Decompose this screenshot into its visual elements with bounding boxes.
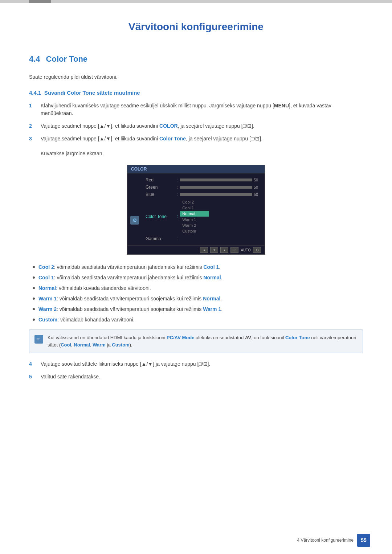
step-4-number: 4 xyxy=(29,360,36,368)
step-2-text: Vajutage seadmel nuppe [▲/▼], et liikuda… xyxy=(41,122,254,130)
bullet-dot xyxy=(33,297,35,300)
bullet-dot xyxy=(33,287,35,289)
bullet-cool1: Cool 1: võimaldab seadistada värvitemper… xyxy=(33,274,363,282)
footer-page-number: 55 xyxy=(357,534,370,547)
bar-green xyxy=(180,186,252,189)
bottom-icon-4: ↵ xyxy=(230,247,238,253)
bullet-warm2: Warm 2: võimaldab seadistada värvitemper… xyxy=(33,305,363,313)
colortone-dropdown: Cool 2 Cool 1 Normal Warm 1 Warm 2 Custo… xyxy=(180,199,209,234)
footer-chapter-text: 4 Värvitooni konfigureerimine xyxy=(297,538,354,543)
page-footer: 4 Värvitooni konfigureerimine 55 xyxy=(297,534,370,547)
ct-warm1: Warm 1 xyxy=(180,217,209,222)
subsection-heading: 4.4.1 Suvandi Color Tone sätete muutmine xyxy=(29,90,140,96)
menu-item-red: Red : 50 xyxy=(143,176,263,184)
step-1-number: 1 xyxy=(29,102,36,110)
ct-custom: Custom xyxy=(180,228,209,234)
menu-screenshot: COLOR ⚙ xyxy=(29,165,363,255)
step-1-text: Klahvijuhendi kuvamiseks vajutage seadme… xyxy=(41,102,363,117)
subsection-441: 4.4.1 Suvandi Color Tone sätete muutmine… xyxy=(29,90,363,381)
top-bar xyxy=(0,0,392,3)
auto-text: AUTO xyxy=(241,248,251,252)
value-blue: 50 xyxy=(254,192,261,197)
menu-item-colortone: Color Tone : Cool 2 Cool 1 Normal Warm 1… xyxy=(143,198,263,235)
step-5: 5 Valitud säte rakendatakse. xyxy=(29,373,363,381)
step-2-number: 2 xyxy=(29,122,36,130)
menu-bottom-icons: ◄ ▼ ▲ ↵ AUTO ⏻ xyxy=(127,245,265,254)
step-3: 3 Vajutage seadmel nuppe [▲/▼], et liiku… xyxy=(29,135,363,143)
bar-blue xyxy=(180,193,252,196)
menu-content: ⚙ Red : xyxy=(127,173,265,245)
ct-normal: Normal xyxy=(180,211,209,217)
menu-item-green: Green : 50 xyxy=(143,184,263,191)
step-4: 4 Vajutage soovitud sättele liikumiseks … xyxy=(29,360,363,368)
bullet-text-cool1: Cool 1: võimaldab seadistada värvitemper… xyxy=(38,274,222,282)
step-3-number: 3 xyxy=(29,135,36,143)
page-title: Värvitooni konfigureerimine xyxy=(29,21,363,33)
value-green: 50 xyxy=(254,185,261,189)
menu-icon-col: ⚙ xyxy=(127,176,142,242)
step-5-text: Valitud säte rakendatakse. xyxy=(41,373,100,381)
settings-icon: ⚙ xyxy=(130,216,139,225)
bullet-custom: Custom: võimaldab kohandada värvitooni. xyxy=(33,316,363,324)
bullet-text-custom: Custom: võimaldab kohandada värvitooni. xyxy=(38,316,135,324)
bar-red xyxy=(180,178,252,181)
section-number: 4.4 xyxy=(29,54,40,64)
menu-items-col: Red : 50 Green : xyxy=(142,176,265,242)
ct-cool1: Cool 1 xyxy=(180,205,209,211)
label-gamma: Gamma xyxy=(146,236,175,241)
bottom-icon-3: ▲ xyxy=(220,247,228,253)
menu-box: COLOR ⚙ xyxy=(127,165,265,255)
bullet-text-warm2: Warm 2: võimaldab seadistada värvitemper… xyxy=(38,305,222,313)
step-3-text: Vajutage seadmel nuppe [▲/▼], et liikuda… xyxy=(41,135,262,143)
ct-warm2: Warm 2 xyxy=(180,222,209,228)
bullet-normal: Normal: võimaldab kuvada standardse värv… xyxy=(33,284,363,292)
menu-item-gamma: Gamma : xyxy=(143,235,263,242)
bullet-text-normal: Normal: võimaldab kuvada standardse värv… xyxy=(38,284,151,292)
label-green: Green xyxy=(146,185,175,190)
label-blue: Blue xyxy=(146,192,175,197)
svg-rect-1 xyxy=(37,338,40,339)
note-box: Kui välissisend on ühendatud HDMI kaudu … xyxy=(29,329,363,353)
label-red: Red xyxy=(146,177,175,182)
step-4-text: Vajutage soovitud sättele liikumiseks nu… xyxy=(41,360,210,368)
note-text: Kui välissisend on ühendatud HDMI kaudu … xyxy=(48,334,358,348)
menu-item-blue: Blue : 50 xyxy=(143,191,263,198)
bullet-cool2: Cool 2: võimaldab seadistada värvitemper… xyxy=(33,263,363,271)
bottom-icon-2: ▼ xyxy=(210,247,218,253)
bullet-dot xyxy=(33,276,35,279)
steps-list: 1 Klahvijuhendi kuvamiseks vajutage sead… xyxy=(29,102,363,143)
bullet-dot xyxy=(33,308,35,310)
value-red: 50 xyxy=(254,178,261,182)
bullet-list: Cool 2: võimaldab seadistada värvitemper… xyxy=(29,263,363,324)
page-wrapper: Värvitooni konfigureerimine 4.4 Color To… xyxy=(0,0,392,554)
note-icon xyxy=(34,335,43,344)
bottom-icon-5: ⏻ xyxy=(253,247,261,253)
step-5-number: 5 xyxy=(29,373,36,381)
step-1: 1 Klahvijuhendi kuvamiseks vajutage sead… xyxy=(29,102,363,117)
bullet-text-cool2: Cool 2: võimaldab seadistada värvitemper… xyxy=(38,263,220,271)
bottom-icon-1: ◄ xyxy=(200,247,208,253)
menu-title: COLOR xyxy=(127,165,265,173)
ct-cool2: Cool 2 xyxy=(180,199,209,205)
section-description: Saate reguleerida pildi üldist värvitoon… xyxy=(29,73,363,81)
section-44: 4.4 Color Tone Saate reguleerida pildi ü… xyxy=(29,54,363,381)
bullet-dot xyxy=(33,266,35,268)
bullet-warm1: Warm 1: võimaldab seadistada värvitemper… xyxy=(33,295,363,303)
bullet-text-warm1: Warm 1: võimaldab seadistada värvitemper… xyxy=(38,295,222,303)
label-colortone: Color Tone xyxy=(146,214,175,219)
content-area: Värvitooni konfigureerimine 4.4 Color To… xyxy=(0,3,392,417)
step-3-subtext: Kuvatakse järgmine ekraan. xyxy=(41,150,363,157)
svg-rect-2 xyxy=(37,340,39,340)
step-2: 2 Vajutage seadmel nuppe [▲/▼], et liiku… xyxy=(29,122,363,130)
section-title: Color Tone xyxy=(46,54,87,64)
steps-list-2: 4 Vajutage soovitud sättele liikumiseks … xyxy=(29,360,363,381)
bullet-dot xyxy=(33,319,35,321)
